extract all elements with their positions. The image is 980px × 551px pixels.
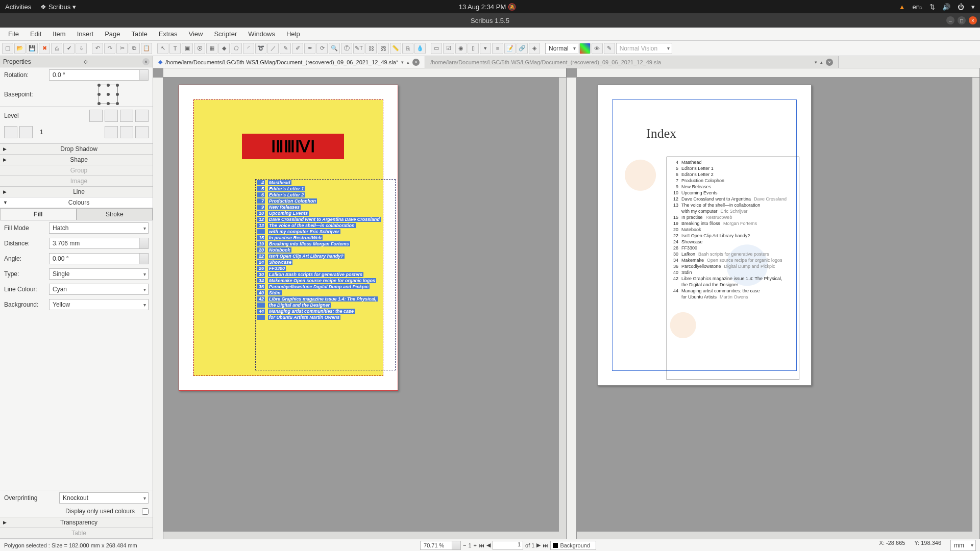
select-tool[interactable]: ↖ (157, 43, 168, 54)
arc-tool[interactable]: ◜ (243, 43, 254, 54)
rotate-tool[interactable]: ⟳ (316, 43, 328, 54)
menu-scripter[interactable]: Scripter (209, 29, 242, 39)
power-icon[interactable]: ⏻ (958, 3, 964, 11)
pdf-list-tool[interactable]: ≡ (492, 43, 503, 54)
minimize-button[interactable]: – (946, 16, 954, 24)
ruler-horizontal[interactable] (577, 68, 979, 78)
shape-tool[interactable]: ◆ (218, 43, 230, 54)
level-lock-button[interactable] (120, 110, 133, 122)
basepoint-selector[interactable] (99, 85, 118, 104)
paste-button[interactable]: 📋 (141, 43, 152, 54)
page-number-input[interactable]: 1 (493, 541, 523, 550)
section-drop-shadow[interactable]: ▶Drop Shadow (0, 144, 153, 155)
open-button[interactable]: 📂 (14, 43, 26, 54)
menu-page[interactable]: Page (100, 29, 125, 39)
volume-icon[interactable]: 🔊 (942, 3, 950, 11)
export-pdf-button[interactable]: ⇩ (76, 43, 87, 54)
level-up-button[interactable] (105, 110, 118, 122)
cut-button[interactable]: ✂ (116, 43, 128, 54)
preview-mode-button[interactable]: 👁 (592, 43, 603, 54)
print-button[interactable]: ⎙ (51, 43, 62, 54)
menu-extras[interactable]: Extras (154, 29, 183, 39)
tab-stroke[interactable]: Stroke (77, 208, 153, 220)
preflight-button[interactable]: ✔ (63, 43, 75, 54)
render-frame-tool[interactable]: ⦿ (194, 43, 205, 54)
section-shape[interactable]: ▶Shape (0, 155, 153, 165)
ungroup-button[interactable] (120, 126, 133, 138)
pdf-link-tool[interactable]: 🔗 (517, 43, 528, 54)
image-frame-tool[interactable]: ▣ (182, 43, 193, 54)
pdf-radio-tool[interactable]: ◉ (455, 43, 467, 54)
level-to-bottom-button[interactable] (4, 126, 17, 138)
menu-insert[interactable]: Insert (72, 29, 99, 39)
scrollbar-horizontal[interactable] (163, 532, 559, 539)
flip-h-button[interactable] (135, 126, 149, 138)
level-down-button[interactable] (19, 126, 33, 138)
close-button[interactable]: × (969, 16, 977, 24)
freehand-tool[interactable]: ✐ (292, 43, 303, 54)
fill-mode-combo[interactable]: Hatch (49, 222, 149, 234)
page-right[interactable]: Index 4Masthead5Editor's Letter 16Editor… (597, 85, 812, 386)
line-colour-combo[interactable]: Cyan (49, 284, 149, 295)
new-button[interactable]: ▢ (2, 43, 13, 54)
index-text-frame-left[interactable]: 4Masthead5Editor's Letter 16Editor's Let… (255, 179, 396, 370)
index-heading[interactable]: Index (646, 126, 676, 141)
doc-tab-close[interactable]: × (412, 59, 420, 66)
menu-view[interactable]: View (183, 29, 208, 39)
menu-help[interactable]: Help (281, 29, 305, 39)
document-tab-inactive[interactable]: /home/lara/Documents/LGC/5th-WS/LGMag/Do… (425, 56, 839, 68)
document-tab-active[interactable]: ◆ /home/lara/Documents/LGC/5th-WS/LGMag/… (153, 56, 425, 68)
canvas-left[interactable]: ⅠⅡⅢⅣⅠ 4Masthead5Editor's Letter 16Editor… (153, 68, 567, 539)
eyedropper-tool[interactable]: 💧 (414, 43, 426, 54)
pdf-3d-tool[interactable]: ◈ (529, 43, 540, 54)
chevron-up-icon[interactable]: ▴ (407, 60, 409, 65)
index-text-frame-right[interactable]: 4Masthead5Editor's Letter 16Editor's Let… (667, 157, 799, 380)
prev-page-button[interactable]: ◀ (486, 542, 491, 548)
type-combo[interactable]: Single (49, 268, 149, 280)
table-tool[interactable]: ▦ (206, 43, 217, 54)
section-colours[interactable]: ▼Colours (0, 197, 153, 208)
next-page-button[interactable]: ▶ (536, 542, 541, 548)
chevron-down-icon[interactable]: ▾ (401, 60, 404, 65)
zoom-tool[interactable]: 🔍 (329, 43, 340, 54)
pdf-button-tool[interactable]: ▭ (431, 43, 442, 54)
level-lock-size-button[interactable] (135, 110, 149, 122)
toggle-cms-button[interactable] (579, 43, 591, 54)
undo-button[interactable]: ↶ (92, 43, 103, 54)
doc-tab-close[interactable]: × (826, 59, 833, 66)
edit-in-preview-button[interactable]: ✎ (604, 43, 615, 54)
app-menu[interactable]: ❖ Scribus ▾ (40, 3, 76, 11)
distance-input[interactable]: 3.706 mm (49, 238, 149, 249)
pdf-combo-tool[interactable]: ▾ (480, 43, 491, 54)
clock[interactable]: 13 Aug 2:34 PM (459, 3, 506, 11)
zoom-out-button[interactable]: − (463, 542, 466, 548)
vlc-tray-icon[interactable]: ▲ (899, 3, 905, 11)
zoom-reset-button[interactable]: 1 (468, 542, 471, 548)
menu-edit[interactable]: Edit (25, 29, 46, 39)
text-frame-tool[interactable]: T (169, 43, 181, 54)
menu-file[interactable]: File (3, 29, 24, 39)
tab-fill[interactable]: Fill (0, 208, 77, 220)
chevron-up-icon[interactable]: ▴ (820, 60, 823, 65)
zoom-input[interactable]: 70.71 % (420, 541, 461, 550)
pdf-checkbox-tool[interactable]: ☑ (443, 43, 454, 54)
save-button[interactable]: 💾 (27, 43, 38, 54)
rotation-input[interactable]: 0.0 ° (49, 69, 149, 81)
line-tool[interactable]: ／ (267, 43, 279, 54)
activities-button[interactable]: Activities (5, 3, 31, 11)
page-left[interactable]: ⅠⅡⅢⅣⅠ 4Masthead5Editor's Letter 16Editor… (179, 85, 398, 391)
pdf-annotation-tool[interactable]: 📝 (504, 43, 516, 54)
copy-props-tool[interactable]: ⎘ (402, 43, 413, 54)
calligraphy-tool[interactable]: ✒ (304, 43, 315, 54)
index-banner[interactable]: ⅠⅡⅢⅣⅠ (242, 134, 344, 159)
canvas-right[interactable]: Index 4Masthead5Editor's Letter 16Editor… (567, 68, 980, 539)
selected-polygon-frame[interactable]: ⅠⅡⅢⅣⅠ 4Masthead5Editor's Letter 16Editor… (193, 99, 383, 376)
panel-expand-icon[interactable]: ◇ (84, 59, 88, 64)
vision-mode-combo[interactable]: Normal Vision (616, 43, 672, 54)
section-line[interactable]: ▶Line (0, 187, 153, 197)
first-page-button[interactable]: ⏮ (479, 542, 484, 548)
menu-table[interactable]: Table (127, 29, 153, 39)
network-icon[interactable]: ⇅ (929, 3, 935, 11)
redo-button[interactable]: ↷ (104, 43, 115, 54)
keyboard-layout[interactable]: en₁ (913, 3, 922, 11)
